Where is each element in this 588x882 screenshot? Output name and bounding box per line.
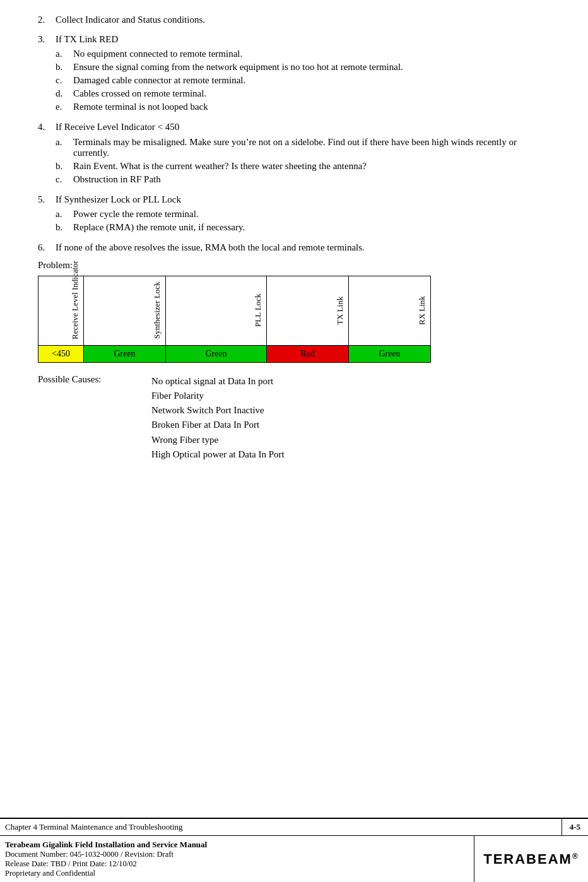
item-3-num: 3. bbox=[38, 32, 56, 115]
sub-item-3b: b.Ensure the signal coming from the netw… bbox=[56, 62, 550, 73]
item-4-heading: If Receive Level Indicator < 450 bbox=[56, 122, 179, 132]
sub-text-3d: Cables crossed on remote terminal. bbox=[73, 88, 550, 99]
list-item-6: 6. If none of the above resolves the iss… bbox=[38, 240, 550, 255]
item-3-content: If TX Link RED a.No equipment connected … bbox=[56, 32, 550, 115]
item-5-content: If Synthesizer Lock or PLL Lock a.Power … bbox=[56, 192, 550, 236]
col-header-tx: TX Link bbox=[267, 276, 349, 345]
item-6-num: 6. bbox=[38, 240, 56, 255]
sub-label-4c: c. bbox=[56, 174, 73, 185]
possible-causes-list: No optical signal at Data In port Fiber … bbox=[151, 374, 285, 462]
list-item-4: 4. If Receive Level Indicator < 450 a.Te… bbox=[38, 120, 550, 187]
page-wrapper: 2. Collect Indicator and Status conditio… bbox=[0, 0, 588, 882]
list-item-5: 5. If Synthesizer Lock or PLL Lock a.Pow… bbox=[38, 192, 550, 236]
sub-text-4c: Obstruction in RF Path bbox=[73, 174, 550, 185]
footer-page-num: 4-5 bbox=[562, 819, 588, 835]
sub-label-3c: c. bbox=[56, 75, 73, 86]
sub-text-3b: Ensure the signal coming from the networ… bbox=[73, 62, 550, 73]
problem-label: Problem: bbox=[38, 260, 550, 271]
item-5-subs: a.Power cycle the remote terminal. b.Rep… bbox=[56, 209, 550, 233]
indicator-table: Receive Level Indicator Synthesizer Lock… bbox=[38, 276, 431, 363]
sub-item-3d: d.Cables crossed on remote terminal. bbox=[56, 88, 550, 99]
sub-label-4b: b. bbox=[56, 161, 73, 172]
list-item-2: 2. Collect Indicator and Status conditio… bbox=[38, 13, 550, 27]
col-header-synth: Synthesizer Lock bbox=[84, 276, 166, 345]
item-5-num: 5. bbox=[38, 192, 56, 236]
item-3-heading: If TX Link RED bbox=[56, 34, 118, 44]
cell-pll: Green bbox=[166, 345, 267, 362]
sub-item-3a: a.No equipment connected to remote termi… bbox=[56, 49, 550, 59]
footer-row2: Terabeam Gigalink Field Installation and… bbox=[0, 836, 588, 882]
item-3-subs: a.No equipment connected to remote termi… bbox=[56, 49, 550, 112]
cell-receive: <450 bbox=[38, 345, 84, 362]
item-6-text: If none of the above resolves the issue,… bbox=[56, 240, 550, 255]
table-row: <450 Green Green Red Green bbox=[38, 345, 431, 362]
col-header-pll: PLL Lock bbox=[166, 276, 267, 345]
logo-text: TERABEAM® bbox=[483, 851, 579, 867]
sub-item-5b: b.Replace (RMA) the remote unit, if nece… bbox=[56, 222, 550, 233]
sub-label-4a: a. bbox=[56, 137, 73, 158]
footer-logo: TERABEAM® bbox=[474, 836, 588, 882]
item-2-text: Collect Indicator and Status conditions. bbox=[56, 13, 550, 27]
sub-label-3e: e. bbox=[56, 102, 73, 112]
list-item-3: 3. If TX Link RED a.No equipment connect… bbox=[38, 32, 550, 115]
possible-causes-label: Possible Causes: bbox=[38, 374, 151, 462]
footer-release-date: Release Date: TBD / Print Date: 12/10/02 bbox=[5, 859, 469, 869]
footer: Chapter 4 Terminal Maintenance and Troub… bbox=[0, 818, 588, 882]
footer-doc-number: Document Number: 045-1032-0000 / Revisio… bbox=[5, 850, 469, 859]
cause-1: No optical signal at Data In port bbox=[151, 374, 285, 389]
sub-item-3c: c.Damaged cable connector at remote term… bbox=[56, 75, 550, 86]
cause-4: Broken Fiber at Data In Port bbox=[151, 418, 285, 432]
cell-tx: Red bbox=[267, 345, 349, 362]
sub-item-3e: e.Remote terminal is not looped back bbox=[56, 102, 550, 112]
sub-text-3a: No equipment connected to remote termina… bbox=[73, 49, 550, 59]
sub-label-5b: b. bbox=[56, 222, 73, 233]
sub-item-5a: a.Power cycle the remote terminal. bbox=[56, 209, 550, 220]
cause-3: Network Switch Port Inactive bbox=[151, 403, 285, 418]
sub-label-3a: a. bbox=[56, 49, 73, 59]
col-header-rx: RX Link bbox=[349, 276, 431, 345]
sub-item-4b: b.Rain Event. What is the current weathe… bbox=[56, 161, 550, 172]
sub-text-3e: Remote terminal is not looped back bbox=[73, 102, 550, 112]
sub-label-5a: a. bbox=[56, 209, 73, 220]
item-2-num: 2. bbox=[38, 13, 56, 27]
sub-text-3c: Damaged cable connector at remote termin… bbox=[73, 75, 550, 86]
cause-5: Wrong Fiber type bbox=[151, 433, 285, 447]
footer-manual-title: Terabeam Gigalink Field Installation and… bbox=[5, 840, 469, 850]
sub-text-4b: Rain Event. What is the current weather?… bbox=[73, 161, 550, 172]
sub-item-4a: a.Terminals may be misaligned. Make sure… bbox=[56, 137, 550, 158]
sub-text-5b: Replace (RMA) the remote unit, if necess… bbox=[73, 222, 550, 233]
footer-chapter: Chapter 4 Terminal Maintenance and Troub… bbox=[0, 819, 562, 835]
cause-6: High Optical power at Data In Port bbox=[151, 447, 285, 462]
content-area: 2. Collect Indicator and Status conditio… bbox=[0, 0, 588, 818]
sub-label-3d: d. bbox=[56, 88, 73, 99]
sub-text-5a: Power cycle the remote terminal. bbox=[73, 209, 550, 220]
item-5-heading: If Synthesizer Lock or PLL Lock bbox=[56, 194, 181, 204]
footer-row1: Chapter 4 Terminal Maintenance and Troub… bbox=[0, 819, 588, 836]
sub-label-3b: b. bbox=[56, 62, 73, 73]
footer-info: Terabeam Gigalink Field Installation and… bbox=[0, 836, 474, 882]
possible-causes-section: Possible Causes: No optical signal at Da… bbox=[38, 374, 550, 462]
item-4-num: 4. bbox=[38, 120, 56, 187]
sub-text-4a: Terminals may be misaligned. Make sure y… bbox=[73, 137, 550, 158]
cause-2: Fiber Polarity bbox=[151, 389, 285, 403]
cell-rx: Green bbox=[349, 345, 431, 362]
item-4-content: If Receive Level Indicator < 450 a.Termi… bbox=[56, 120, 550, 187]
cell-synth: Green bbox=[84, 345, 166, 362]
col-header-receive: Receive Level Indicator bbox=[38, 276, 84, 345]
item-4-subs: a.Terminals may be misaligned. Make sure… bbox=[56, 137, 550, 185]
sub-item-4c: c.Obstruction in RF Path bbox=[56, 174, 550, 185]
footer-proprietary: Proprietary and Confidential bbox=[5, 869, 469, 878]
